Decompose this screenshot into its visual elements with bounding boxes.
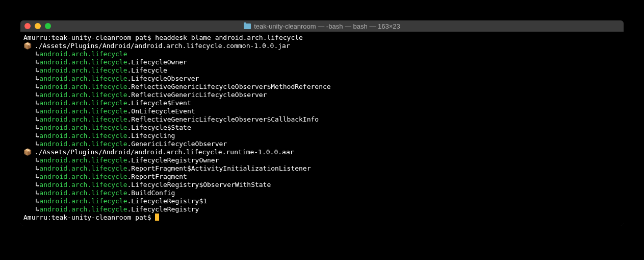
class-entry: ↳android.arch.lifecycle.ReflectiveGeneri… <box>23 91 621 99</box>
class-entry: ↳android.arch.lifecycle.Lifecycle <box>23 66 621 75</box>
package-match: android.arch.lifecycle <box>39 156 127 164</box>
package-match: android.arch.lifecycle <box>39 99 127 107</box>
command-text: headdesk blame android.arch.lifecycle <box>155 34 303 41</box>
package-match: android.arch.lifecycle <box>39 107 127 115</box>
class-suffix: .ReflectiveGenericLifecycleObserver$Call… <box>127 115 319 123</box>
folder-icon <box>244 23 251 29</box>
class-entry: ↳android.arch.lifecycle.LifecycleRegistr… <box>23 197 621 205</box>
package-match: android.arch.lifecycle <box>39 91 127 99</box>
terminal-window: teak-unity-cleanroom — -bash — bash — 16… <box>20 20 624 226</box>
prompt-path: teak-unity-cleanroom <box>51 34 132 41</box>
jar-path: ./Assets/Plugins/Android/android.arch.li… <box>35 42 290 50</box>
titlebar: teak-unity-cleanroom — -bash — bash — 16… <box>20 20 624 32</box>
jar-line-2: 📦 ./Assets/Plugins/Android/android.arch.… <box>23 148 621 156</box>
traffic-lights <box>24 23 51 29</box>
jar-path: ./Assets/Plugins/Android/android.arch.li… <box>35 148 294 156</box>
prompt-host: Amurru <box>23 214 47 221</box>
prompt-path: teak-unity-cleanroom <box>51 214 132 221</box>
package-match: android.arch.lifecycle <box>39 66 127 74</box>
class-suffix: .ReflectiveGenericLifecycleObserver$Meth… <box>127 83 331 90</box>
class-suffix: .ReflectiveGenericLifecycleObserver <box>127 91 267 99</box>
class-entry: ↳android.arch.lifecycle.LifecycleObserve… <box>23 75 621 83</box>
class-suffix: .LifecycleObserver <box>127 75 199 82</box>
prompt-host: Amurru <box>23 34 47 41</box>
class-suffix: .GenericLifecycleObserver <box>127 140 227 148</box>
class-entry: ↳android.arch.lifecycle.Lifecycle$State <box>23 124 621 132</box>
package-match: android.arch.lifecycle <box>39 124 127 131</box>
package-match: android.arch.lifecycle <box>39 181 127 188</box>
class-suffix: .ReportFragment$ActivityInitializationLi… <box>127 164 311 172</box>
class-entry: ↳android.arch.lifecycle.ReflectiveGeneri… <box>23 115 621 124</box>
window-title-text: teak-unity-cleanroom — -bash — bash — 16… <box>254 22 400 30</box>
package-match: android.arch.lifecycle <box>39 115 127 123</box>
package-match: android.arch.lifecycle <box>39 50 127 58</box>
package-icon: 📦 <box>23 148 31 156</box>
class-suffix: .LifecycleRegistry$1 <box>127 197 208 205</box>
class-entry: ↳android.arch.lifecycle.LifecycleRegistr… <box>23 205 621 214</box>
jar-line-1: 📦 ./Assets/Plugins/Android/android.arch.… <box>23 42 621 50</box>
class-suffix: .LifecycleRegistry$ObserverWithState <box>127 181 271 188</box>
class-suffix: .LifecycleOwner <box>127 58 187 66</box>
prompt-line-2: Amurru:teak-unity-cleanroom pat$ <box>23 214 621 222</box>
package-match: android.arch.lifecycle <box>39 140 127 148</box>
class-entry: ↳android.arch.lifecycle <box>23 50 621 58</box>
package-match: android.arch.lifecycle <box>39 173 127 180</box>
class-entry: ↳android.arch.lifecycle.LifecycleRegistr… <box>23 181 621 189</box>
class-suffix: .LifecycleRegistryOwner <box>127 156 219 164</box>
minimize-button[interactable] <box>35 23 41 29</box>
class-entry: ↳android.arch.lifecycle.LifecycleRegistr… <box>23 156 621 164</box>
class-entry: ↳android.arch.lifecycle.ReportFragment$A… <box>23 164 621 173</box>
package-icon: 📦 <box>23 42 31 50</box>
terminal-body[interactable]: Amurru:teak-unity-cleanroom pat$ headdes… <box>20 32 624 226</box>
class-entry: ↳android.arch.lifecycle.BuildConfig <box>23 189 621 197</box>
package-match: android.arch.lifecycle <box>39 189 127 197</box>
class-entry: ↳android.arch.lifecycle.ReflectiveGeneri… <box>23 83 621 91</box>
package-match: android.arch.lifecycle <box>39 83 127 90</box>
class-suffix: .Lifecycling <box>127 132 175 139</box>
package-match: android.arch.lifecycle <box>39 132 127 139</box>
class-suffix: .Lifecycle <box>127 66 167 74</box>
class-suffix: .Lifecycle$Event <box>127 99 191 107</box>
prompt-user: pat <box>135 34 147 41</box>
class-suffix: .ReportFragment <box>127 173 187 180</box>
package-match: android.arch.lifecycle <box>39 205 127 213</box>
class-entry: ↳android.arch.lifecycle.Lifecycle$Event <box>23 99 621 107</box>
prompt-line-1: Amurru:teak-unity-cleanroom pat$ headdes… <box>23 34 621 42</box>
package-match: android.arch.lifecycle <box>39 197 127 205</box>
package-match: android.arch.lifecycle <box>39 164 127 172</box>
class-entry: ↳android.arch.lifecycle.Lifecycling <box>23 132 621 140</box>
class-entry: ↳android.arch.lifecycle.OnLifecycleEvent <box>23 107 621 115</box>
class-entry: ↳android.arch.lifecycle.GenericLifecycle… <box>23 140 621 148</box>
prompt-user: pat <box>135 214 147 221</box>
close-button[interactable] <box>24 23 31 29</box>
class-suffix: .OnLifecycleEvent <box>127 107 195 115</box>
class-entry: ↳android.arch.lifecycle.ReportFragment <box>23 173 621 181</box>
window-title: teak-unity-cleanroom — -bash — bash — 16… <box>20 22 624 30</box>
package-match: android.arch.lifecycle <box>39 75 127 82</box>
package-match: android.arch.lifecycle <box>39 58 127 66</box>
cursor <box>155 214 159 221</box>
class-suffix: .Lifecycle$State <box>127 124 191 131</box>
class-suffix: .LifecycleRegistry <box>127 205 199 213</box>
class-entry: ↳android.arch.lifecycle.LifecycleOwner <box>23 58 621 66</box>
maximize-button[interactable] <box>45 23 51 29</box>
class-suffix: .BuildConfig <box>127 189 175 197</box>
